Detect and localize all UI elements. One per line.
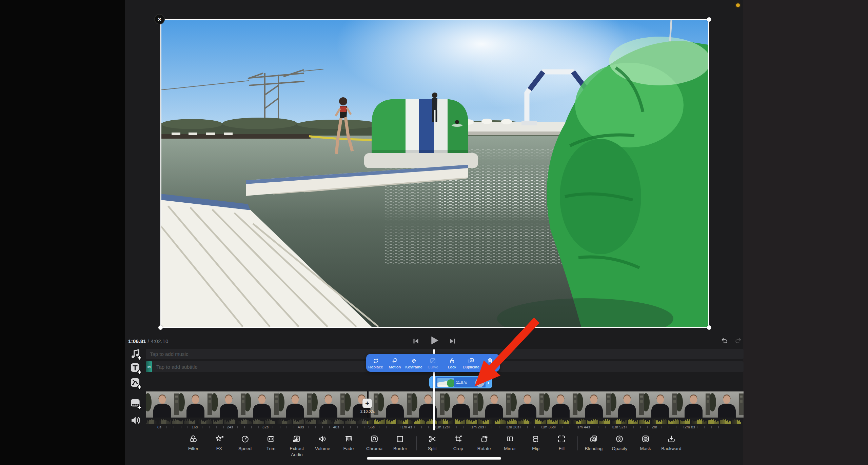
transform-handle-top-right[interactable] [707, 17, 711, 22]
add-clip-button[interactable] [129, 397, 142, 410]
toolbar-border-button[interactable]: Border [390, 434, 410, 452]
video-preview[interactable] [160, 19, 709, 328]
ruler-label: 1m 44s [577, 425, 590, 429]
toolbar-blending-button[interactable]: Blending [584, 434, 604, 452]
video-frame-thumbnail[interactable] [378, 391, 412, 418]
ruler-tick [485, 426, 486, 428]
video-frame-thumbnail[interactable] [611, 391, 644, 418]
toolbar-volume-button[interactable]: Volume [312, 434, 333, 452]
undo-button[interactable] [720, 337, 729, 346]
ruler-tick [174, 426, 174, 428]
toolbar-fill-button[interactable]: Fill [551, 434, 572, 452]
ruler-tick [718, 426, 719, 428]
video-track[interactable] [146, 391, 744, 418]
menu-item-label: Delete [485, 365, 496, 369]
toolbar-rotate-button[interactable]: Rotate [474, 434, 494, 452]
toolbar-flip-button[interactable]: Flip [526, 434, 546, 452]
toolbar-split-button[interactable]: Split [422, 434, 442, 452]
toolbar-backward-button[interactable]: Backward [661, 434, 682, 452]
ruler-tick [181, 426, 181, 428]
ruler-tick [364, 426, 365, 428]
crop-icon [453, 434, 463, 444]
toolbar-extract-audio-button[interactable]: Extract Audio [287, 434, 307, 458]
toolbar-label: Blending [585, 446, 603, 452]
menu-item-label: Replace [368, 365, 383, 369]
ruler-label: 2m [652, 425, 657, 429]
video-frame-thumbnail[interactable] [279, 391, 312, 418]
ruler-label: 2m 8s [685, 425, 695, 429]
video-frame-thumbnail[interactable] [644, 391, 677, 418]
ruler-label: 16s [192, 425, 198, 429]
play-icon [429, 335, 440, 346]
toolbar-mirror-button[interactable]: Mirror [500, 434, 520, 452]
skip-forward-button[interactable] [449, 338, 456, 345]
ruler-label: 8s [157, 425, 161, 429]
ruler-tick [640, 426, 641, 428]
ruler-tick [216, 426, 217, 428]
video-frame-thumbnail[interactable] [544, 391, 577, 418]
video-frame-thumbnail[interactable] [445, 391, 478, 418]
redo-button[interactable] [734, 337, 743, 346]
toolbar-opacity-button[interactable]: Opacity [609, 434, 630, 452]
home-indicator[interactable] [367, 457, 501, 460]
toolbar-chroma-button[interactable]: Chroma [364, 434, 384, 452]
video-frame-thumbnail[interactable] [312, 391, 345, 418]
ruler-tick [605, 426, 606, 428]
music-placeholder: Tap to add music [150, 351, 188, 357]
clip-keyframe-dot[interactable] [475, 378, 485, 387]
video-frame-thumbnail[interactable] [345, 391, 378, 418]
toolbar-crop-button[interactable]: Crop [448, 434, 468, 452]
toolbar-fx-button[interactable]: FX [209, 434, 229, 452]
transform-handle-bottom-right[interactable] [707, 325, 711, 330]
video-frame-thumbnail[interactable] [478, 391, 511, 418]
add-transition-button[interactable]: + [362, 399, 372, 408]
track-audio-toggle[interactable] [129, 413, 142, 427]
menu-item-keyframe[interactable]: Keyframe [405, 354, 423, 372]
menu-item-lock[interactable]: Lock [442, 354, 461, 372]
ruler-label: 1m 12s [436, 425, 449, 429]
clip-trim-handle-right[interactable]: › [486, 377, 491, 387]
flip-icon [531, 434, 540, 444]
ruler-tick [379, 426, 379, 428]
video-frame-thumbnail[interactable] [677, 391, 710, 418]
menu-item-delete[interactable]: Delete [481, 354, 500, 372]
toolbar-speed-button[interactable]: Speed [235, 434, 255, 452]
video-frame-thumbnail[interactable] [245, 391, 279, 418]
toolbar-fade-button[interactable]: Fade [338, 434, 359, 452]
add-music-button[interactable] [129, 347, 142, 361]
total-duration: 4:02.10 [151, 338, 168, 344]
ruler-tick [704, 426, 705, 428]
video-frame-thumbnail[interactable] [710, 391, 744, 418]
menu-item-duplicate[interactable]: Duplicate [461, 354, 480, 372]
ruler-tick [591, 426, 591, 428]
trim-icon [266, 434, 276, 444]
toolbar-mask-button[interactable]: Mask [635, 434, 656, 452]
ruler-tick [711, 426, 712, 428]
video-frame-thumbnail[interactable] [179, 391, 212, 418]
ruler-tick [527, 426, 528, 428]
toolbar-filter-button[interactable]: Filter [183, 434, 203, 452]
menu-item-motion[interactable]: Motion [385, 354, 404, 372]
ruler-tick [676, 426, 676, 428]
video-frame-thumbnail[interactable] [577, 391, 611, 418]
toolbar-label: Rotate [477, 446, 491, 452]
video-frame-thumbnail[interactable] [511, 391, 544, 418]
replace-icon [372, 357, 379, 364]
video-frame-thumbnail[interactable] [212, 391, 245, 418]
transform-handle-bottom-left[interactable] [158, 325, 163, 330]
toolbar-label: Split [428, 446, 437, 452]
clip-thumbnail [437, 378, 454, 387]
add-subtitle-button[interactable] [129, 361, 142, 375]
toolbar-label: Speed [238, 446, 252, 452]
add-overlay-button[interactable] [129, 376, 142, 390]
close-preview-button[interactable]: × [154, 14, 165, 24]
video-frame-thumbnail[interactable] [146, 391, 179, 418]
backward-icon [667, 434, 676, 444]
menu-item-replace[interactable]: Replace [366, 354, 385, 372]
selected-overlay-clip[interactable]: ‹ 11.87s › [429, 376, 492, 388]
ruler-tick [499, 426, 499, 428]
video-frame-thumbnail[interactable] [412, 391, 445, 418]
play-button[interactable] [429, 335, 440, 346]
skip-back-button[interactable] [412, 338, 419, 345]
toolbar-trim-button[interactable]: Trim [261, 434, 281, 452]
